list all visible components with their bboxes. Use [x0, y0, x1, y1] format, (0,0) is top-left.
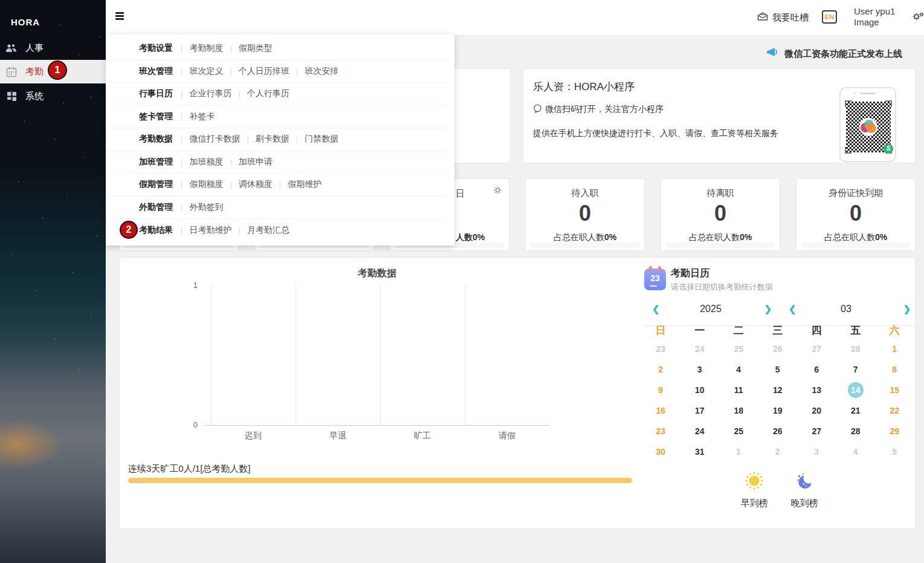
menu-link[interactable]: 考勤制度: [189, 43, 223, 54]
announcement-banner[interactable]: 微信工资条功能正式发布上线: [766, 47, 902, 60]
calendar-day[interactable]: 2: [758, 441, 798, 462]
calendar-day-selected[interactable]: 14: [836, 380, 876, 400]
grid-icon: [5, 91, 18, 103]
calendar-day[interactable]: 26: [758, 339, 798, 359]
calendar-day[interactable]: 17: [680, 400, 720, 421]
language-toggle[interactable]: EN: [822, 10, 837, 24]
calendar-day[interactable]: 13: [797, 380, 836, 400]
stat-strip: [666, 242, 775, 248]
calendar-day[interactable]: 15: [875, 380, 914, 400]
calendar-day[interactable]: 10: [680, 380, 720, 400]
calendar-day[interactable]: 5: [758, 359, 798, 380]
calendar-day[interactable]: 21: [836, 400, 876, 421]
sidebar-item-hr[interactable]: 人事: [0, 36, 106, 60]
menu-link[interactable]: 加班额度: [189, 157, 223, 168]
calendar-day[interactable]: 4: [836, 441, 876, 462]
early-rank[interactable]: 早到榜: [728, 472, 780, 509]
calendar-day[interactable]: 4: [719, 359, 758, 380]
calendar-day[interactable]: 18: [719, 400, 758, 421]
menu-link[interactable]: 加班申请: [239, 157, 273, 168]
calendar-day[interactable]: 30: [641, 441, 680, 462]
sidebar-item-label: 考勤: [25, 66, 44, 77]
menu-link[interactable]: 个人行事历: [247, 88, 289, 99]
calendar-day[interactable]: 3: [680, 359, 720, 380]
gridline: [380, 285, 381, 425]
feedback-button[interactable]: 我要吐槽: [757, 11, 809, 24]
menu-link[interactable]: 个人日历排班: [239, 66, 289, 77]
weekday-header: 三: [758, 322, 798, 339]
menu-group-label: 签卡管理: [139, 111, 174, 122]
sun-icon: [745, 481, 763, 492]
starry-background: [0, 0, 1, 1]
menu-link[interactable]: 刷卡数据: [256, 134, 289, 145]
promo-line2: 提供在手机上方便快捷进行打卡、入职、请假、查工资等相关服务: [533, 128, 778, 139]
calendar-day[interactable]: 27: [797, 421, 836, 441]
calendar-day[interactable]: 20: [797, 400, 836, 421]
menu-link[interactable]: 班次安排: [305, 66, 338, 77]
calendar-day[interactable]: 28: [836, 421, 876, 441]
calendar-day[interactable]: 25: [719, 421, 758, 441]
calendar-day[interactable]: 6: [797, 359, 836, 380]
category-label: 旷工: [380, 431, 465, 441]
menu-link[interactable]: 假期额度: [189, 179, 223, 190]
calendar-day[interactable]: 8: [875, 359, 914, 380]
year-value: 2025: [647, 304, 774, 314]
calendar-day[interactable]: 5: [875, 441, 914, 462]
app-logo: HORA: [11, 17, 40, 27]
calendar-day[interactable]: 31: [680, 441, 720, 462]
menu-link[interactable]: 月考勤汇总: [247, 225, 289, 236]
menu-link[interactable]: 日考勤维护: [189, 225, 231, 236]
menu-row: 加班管理|加班额度|加班申请: [106, 151, 446, 174]
menu-link[interactable]: 班次定义: [189, 66, 223, 77]
gear-icon[interactable]: [493, 186, 502, 197]
stat-caption: 占总在职人数0%: [661, 232, 780, 243]
calendar-day[interactable]: 23: [641, 421, 680, 441]
calendar-day[interactable]: 26: [758, 421, 798, 441]
summary-progress-bar: [128, 478, 632, 483]
menu-group-label: 考勤设置: [139, 43, 174, 54]
calendar-day[interactable]: 7: [836, 359, 876, 380]
calendar-day[interactable]: 24: [680, 339, 720, 359]
calendar-day[interactable]: 25: [719, 339, 758, 359]
calendar-day[interactable]: 11: [719, 380, 758, 400]
calendar-day[interactable]: 27: [797, 339, 836, 359]
calendar-day[interactable]: 24: [680, 421, 720, 441]
calendar-day[interactable]: 2: [641, 359, 680, 380]
hamburger-menu-icon[interactable]: [115, 12, 124, 19]
stat-value: 0: [796, 201, 915, 226]
menu-link[interactable]: 调休额度: [239, 179, 273, 190]
calendar-day[interactable]: 29: [875, 421, 914, 441]
menu-link[interactable]: 微信打卡数据: [189, 134, 240, 145]
calendar-day[interactable]: 28: [836, 339, 876, 359]
weekday-header: 四: [797, 322, 836, 339]
calendar-day[interactable]: 23: [641, 339, 680, 359]
calendar-day[interactable]: 1: [875, 339, 914, 359]
menu-link[interactable]: 外勤签到: [189, 202, 223, 213]
calendar-day[interactable]: 3: [797, 441, 836, 462]
next-year-chevron-icon[interactable]: ❯: [764, 304, 772, 314]
stat-title: 待入职: [526, 187, 644, 199]
calendar-day[interactable]: 12: [758, 380, 798, 400]
menu-link[interactable]: 补签卡: [189, 111, 215, 122]
annotation-step-1: 1: [48, 60, 67, 80]
menu-group-label: 假期管理: [139, 179, 174, 190]
late-rank[interactable]: 晚到榜: [778, 472, 830, 509]
calendar-day[interactable]: 1: [719, 441, 758, 462]
calendar-day[interactable]: 22: [875, 400, 914, 421]
menu-link[interactable]: 企业行事历: [189, 88, 231, 99]
menu-link[interactable]: 门禁数据: [305, 134, 338, 145]
menu-link[interactable]: 假期维护: [288, 179, 321, 190]
menu-row: 行事日历|企业行事历|个人行事历: [106, 83, 446, 106]
sidebar-item-system[interactable]: 系统: [0, 85, 106, 108]
menu-separator: |: [230, 180, 231, 189]
menu-link[interactable]: 假期类型: [239, 43, 273, 54]
menu-group-label: 考勤数据: [139, 134, 174, 145]
calendar-day[interactable]: 16: [641, 400, 680, 421]
calendar-day[interactable]: 9: [641, 380, 680, 400]
settings-gears-icon[interactable]: [913, 11, 924, 24]
next-month-chevron-icon[interactable]: ❯: [903, 304, 911, 314]
menu-separator: |: [230, 67, 231, 76]
user-avatar-text[interactable]: User ypu1 Image: [854, 6, 895, 28]
sidebar-item-label: 人事: [25, 42, 44, 54]
calendar-day[interactable]: 19: [758, 400, 798, 421]
